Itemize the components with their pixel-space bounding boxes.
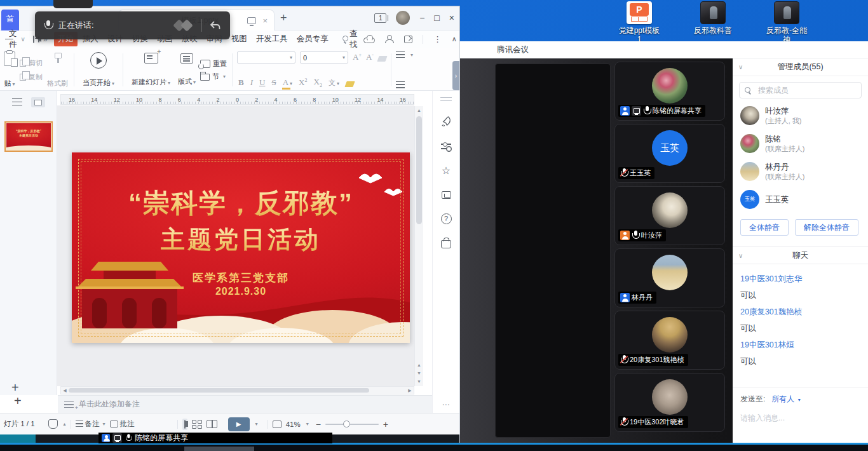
share-icon[interactable]: [404, 36, 412, 43]
desktop-icon[interactable]: 反邪教科普: [682, 0, 743, 44]
shrink-font-button[interactable]: A-: [366, 52, 374, 62]
superscript-button[interactable]: X2: [299, 77, 307, 88]
user-avatar[interactable]: [396, 11, 410, 25]
notes-bar[interactable]: 单击此处添加备注: [58, 395, 432, 413]
horizontal-scroll-thumb[interactable]: [69, 388, 369, 393]
ribbon-tab[interactable]: 会员专享: [293, 32, 332, 46]
slide-organization[interactable]: 医学系第三党支部: [72, 271, 410, 285]
video-tile[interactable]: 陈铭的屏幕共享: [614, 62, 725, 121]
phonetic-guide-button[interactable]: 文▾: [329, 78, 339, 88]
vertical-scroll-thumb[interactable]: [416, 116, 422, 224]
font-family-select[interactable]: ▾: [237, 51, 295, 64]
subscript-button[interactable]: X2: [313, 77, 322, 88]
maximize-button[interactable]: □: [434, 13, 439, 23]
fit-slide-icon[interactable]: [273, 421, 281, 428]
thumbnail-view-icon[interactable]: [31, 97, 45, 107]
share-to-user-icon[interactable]: [385, 35, 394, 43]
strikethrough-button[interactable]: S: [271, 77, 276, 88]
member-row[interactable]: 林丹丹 (联席主持人): [733, 158, 868, 185]
new-slide-plus-button[interactable]: +: [14, 394, 22, 408]
cloud-sync-icon[interactable]: [363, 37, 375, 43]
window-switch-badge[interactable]: 1: [374, 13, 386, 23]
copy-button[interactable]: 复制: [20, 72, 43, 82]
chat-message-list[interactable]: 19中医301刘志华 可以 20康复301魏艳桢 可以 19中医301林烜 可以: [733, 264, 868, 367]
find-button[interactable]: 查找: [342, 29, 360, 50]
layout-button[interactable]: 版式▾: [175, 51, 198, 89]
screen-share-taskbar-button[interactable]: 陈铭的屏幕共享: [98, 433, 332, 443]
format-painter-button[interactable]: 格式刷: [44, 51, 71, 89]
highlight-button[interactable]: [344, 81, 355, 87]
slide-1-thumbnail[interactable]: “崇科学，反邪教” 主题党日活动: [4, 121, 53, 152]
font-color-button[interactable]: A▾: [283, 77, 292, 88]
chat-header[interactable]: ∨ 聊天: [733, 246, 868, 264]
zoom-in-button[interactable]: +: [383, 419, 388, 429]
zoom-out-button[interactable]: −: [316, 419, 321, 429]
outline-view-icon[interactable]: [12, 98, 22, 106]
slide[interactable]: “崇科学，反邪教” 主题党日活动 医学系第三党支部 2021.9.30: [72, 152, 410, 343]
play-from-current-button[interactable]: 当页开始▾: [78, 51, 119, 89]
reading-view-button[interactable]: [207, 420, 217, 428]
adjust-settings-icon[interactable]: [441, 142, 451, 150]
slide-title-line2[interactable]: 主题党日活动: [72, 224, 410, 256]
new-tab-button[interactable]: +: [280, 11, 287, 25]
add-slide-button[interactable]: +: [11, 380, 19, 395]
previous-slide-arrow[interactable]: ▲: [415, 361, 423, 369]
chat-input[interactable]: 请输入消息...: [740, 413, 860, 424]
rail-more-icon[interactable]: ⋯: [442, 400, 451, 409]
desktop-icon[interactable]: 反邪教-全能 神: [756, 0, 817, 44]
present-monitor-icon[interactable]: [247, 17, 256, 24]
underline-button[interactable]: U: [259, 77, 265, 88]
desktop-icon[interactable]: P 党建ppt模板 1: [609, 0, 670, 44]
slideshow-play-button[interactable]: ▶: [228, 417, 250, 431]
collapse-ribbon-icon[interactable]: ∧: [452, 35, 457, 43]
design-check-icon[interactable]: [48, 419, 58, 429]
normal-view-button[interactable]: [182, 419, 187, 430]
clear-format-icon[interactable]: [377, 56, 387, 62]
grow-font-button[interactable]: A+: [353, 52, 362, 62]
mute-all-button[interactable]: 全体静音: [740, 219, 789, 236]
ribbon-tab[interactable]: 视图: [227, 32, 251, 46]
close-button[interactable]: ×: [449, 13, 454, 23]
tab-close-icon[interactable]: ×: [262, 16, 268, 25]
bullet-list-icon[interactable]: [396, 51, 405, 58]
italic-button[interactable]: I: [250, 77, 253, 88]
speaking-indicator-overlay[interactable]: 正在讲话:: [35, 11, 230, 39]
next-slide-arrow[interactable]: ▼: [415, 370, 423, 377]
send-to-select[interactable]: 所有人 ▾: [771, 394, 800, 405]
more-menu-icon[interactable]: ⋮: [433, 34, 442, 44]
font-size-select[interactable]: 0▾: [300, 51, 348, 64]
section-button[interactable]: 节▾: [200, 72, 227, 81]
members-header[interactable]: ∨ 管理成员(55): [733, 58, 868, 76]
wps-home-tab[interactable]: 首: [1, 10, 19, 30]
reset-button[interactable]: 重置: [200, 59, 227, 69]
return-arrow-icon[interactable]: [208, 20, 221, 31]
scroll-right-arrow[interactable]: ▶: [406, 387, 414, 394]
slide-title-line1[interactable]: “崇科学，反邪教”: [72, 185, 410, 221]
slide-date[interactable]: 2021.9.30: [72, 286, 410, 297]
member-row[interactable]: 叶汝萍 (主持人, 我): [733, 102, 868, 130]
paste-button[interactable]: 贴▾: [1, 51, 18, 89]
scroll-left-arrow[interactable]: ◀: [61, 387, 69, 394]
member-search-input[interactable]: 搜索成员: [739, 82, 862, 98]
video-tile[interactable]: 林丹丹: [614, 248, 725, 307]
zoom-level[interactable]: 41%: [286, 421, 301, 428]
video-tile[interactable]: 玉英 王玉英: [614, 124, 725, 183]
vertical-scrollbar[interactable]: ▲ ▲ ▼ ▼: [414, 106, 423, 386]
scroll-down-arrow[interactable]: ▼: [415, 378, 423, 386]
effects-star-icon[interactable]: ☆: [442, 165, 451, 177]
rail-drag-handle-icon[interactable]: [440, 97, 452, 101]
slideshow-dropdown-icon[interactable]: ▾: [255, 421, 258, 427]
video-tile[interactable]: 20康复301魏艳桢: [614, 311, 725, 370]
notes-toggle-button[interactable]: 备注▾: [76, 419, 105, 429]
mirror-window-icon[interactable]: [442, 191, 451, 199]
horizontal-scrollbar[interactable]: ◀ ▶: [60, 386, 414, 394]
meeting-title-bar[interactable]: 腾讯会议: [460, 41, 868, 58]
new-slide-button[interactable]: 新建幻灯片▾: [126, 51, 175, 89]
toolbar-expander[interactable]: ›: [452, 61, 459, 90]
member-row[interactable]: 陈铭 (联席主持人): [733, 130, 868, 158]
rocket-icon[interactable]: [440, 116, 452, 128]
video-tile[interactable]: 19中医302叶晓君: [614, 373, 725, 432]
collapse-members-icon[interactable]: ∨: [738, 64, 743, 71]
save-icon[interactable]: [33, 36, 34, 43]
member-row[interactable]: 玉英 王玉英: [733, 185, 868, 213]
